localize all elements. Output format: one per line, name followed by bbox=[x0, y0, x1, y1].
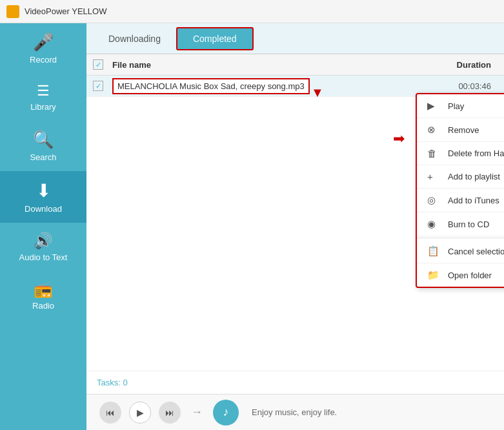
player-prev-button[interactable]: ⏮ bbox=[99, 402, 121, 424]
context-menu-delete-disk[interactable]: 🗑 Delete from Hard Disk bbox=[417, 142, 504, 165]
sidebar-label-record: Record bbox=[30, 55, 57, 65]
table-area: ✓ File name Duration ▼ ✓ MELANCHOLIA Mus… bbox=[86, 54, 504, 371]
add-playlist-icon: + bbox=[427, 171, 443, 182]
sidebar-item-record[interactable]: 🎤 Record bbox=[0, 23, 86, 74]
player-next-button[interactable]: ⏭ bbox=[159, 402, 181, 424]
tasks-count: 0 bbox=[123, 378, 127, 387]
sidebar: 🎤 Record ☰ Library 🔍 Search ⬇ Download 🔊… bbox=[0, 23, 86, 430]
context-menu-open-folder[interactable]: 📁 Open folder bbox=[417, 263, 504, 287]
app-icon bbox=[6, 5, 19, 18]
sidebar-label-download: Download bbox=[25, 204, 62, 214]
table-header: ✓ File name Duration bbox=[86, 54, 504, 76]
row-checkbox[interactable]: ✓ bbox=[93, 81, 112, 91]
sidebar-item-search[interactable]: 🔍 Search bbox=[0, 121, 86, 171]
header-check: ✓ bbox=[93, 59, 112, 70]
tab-downloading[interactable]: Downloading bbox=[93, 28, 176, 49]
player-enjoy-text: Enjoy music, enjoy life. bbox=[252, 407, 337, 417]
tab-bar: Downloading Completed bbox=[86, 23, 504, 54]
tasks-label: Tasks: bbox=[97, 378, 121, 387]
audio-to-text-icon: 🔊 bbox=[34, 232, 53, 250]
context-menu-play[interactable]: ▶ Play bbox=[417, 94, 504, 118]
player-play-button[interactable]: ▶ bbox=[129, 402, 151, 424]
arrow-down-annotation: ▼ bbox=[311, 85, 324, 100]
app-title: VideoPower YELLOW bbox=[25, 6, 106, 16]
sidebar-label-audio-to-text: Audio to Text bbox=[19, 252, 68, 262]
context-menu-add-playlist[interactable]: + Add to playlist ▶ bbox=[417, 165, 504, 189]
play-icon: ▶ bbox=[427, 100, 443, 112]
sidebar-item-library[interactable]: ☰ Library bbox=[0, 74, 86, 121]
cancel-selection-icon: 📋 bbox=[427, 245, 443, 257]
context-menu-add-itunes[interactable]: ◎ Add to iTunes bbox=[417, 189, 504, 212]
library-icon: ☰ bbox=[37, 83, 50, 99]
search-icon: 🔍 bbox=[33, 130, 54, 150]
title-bar: VideoPower YELLOW bbox=[0, 0, 504, 23]
player-bar: ⏮ ▶ ⏭ → ♪ Enjoy music, enjoy life. bbox=[86, 394, 504, 430]
arrow-right-annotation: ➡ bbox=[393, 130, 405, 147]
content-area: Downloading Completed ✓ File name Durati… bbox=[86, 23, 504, 430]
row-duration: 00:03:46 bbox=[420, 81, 498, 91]
select-all-checkbox[interactable]: ✓ bbox=[93, 59, 103, 70]
context-menu-remove[interactable]: ⊗ Remove bbox=[417, 118, 504, 142]
filename-highlighted: MELANCHOLIA Music Box Sad, creepy song.m… bbox=[112, 78, 310, 94]
tasks-bar: Tasks: 0 bbox=[86, 371, 504, 394]
download-icon: ⬇ bbox=[36, 180, 51, 201]
sidebar-item-radio[interactable]: 📻 Radio bbox=[0, 271, 86, 320]
delete-icon: 🗑 bbox=[427, 148, 443, 159]
sidebar-label-radio: Radio bbox=[32, 301, 54, 311]
radio-icon: 📻 bbox=[34, 280, 53, 298]
context-menu-burn-cd[interactable]: ◉ Burn to CD bbox=[417, 212, 504, 236]
burn-cd-icon: ◉ bbox=[427, 218, 443, 230]
sidebar-item-download[interactable]: ⬇ Download bbox=[0, 171, 86, 223]
sidebar-item-audio-to-text[interactable]: 🔊 Audio to Text bbox=[0, 223, 86, 271]
player-arrow-icon: → bbox=[191, 405, 203, 419]
itunes-icon: ◎ bbox=[427, 194, 443, 206]
record-icon: 🎤 bbox=[33, 32, 54, 52]
open-folder-icon: 📁 bbox=[427, 269, 443, 281]
player-music-icon: ♪ bbox=[213, 400, 239, 425]
header-filename: File name bbox=[112, 60, 420, 70]
context-menu: ▶ Play ⊗ Remove 🗑 Delete from Hard Disk … bbox=[416, 93, 504, 288]
header-duration: Duration bbox=[420, 60, 498, 70]
tab-completed[interactable]: Completed bbox=[176, 27, 254, 50]
sidebar-label-search: Search bbox=[30, 152, 56, 162]
main-layout: 🎤 Record ☰ Library 🔍 Search ⬇ Download 🔊… bbox=[0, 23, 504, 430]
row-filename: MELANCHOLIA Music Box Sad, creepy song.m… bbox=[112, 81, 420, 91]
remove-icon: ⊗ bbox=[427, 124, 443, 136]
sidebar-label-library: Library bbox=[30, 102, 56, 112]
context-menu-cancel-selection[interactable]: 📋 Cancel selection bbox=[417, 240, 504, 263]
